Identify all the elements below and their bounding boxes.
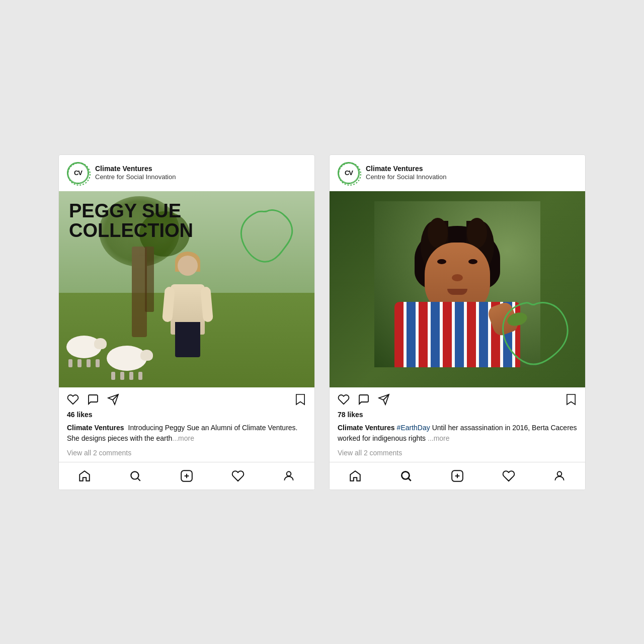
post-caption-2: Climate Ventures#EarthDay Until her assa… — [330, 421, 585, 448]
account-sub-2: Centre for Social Innovation — [366, 173, 446, 182]
nav-search-2[interactable] — [399, 469, 413, 482]
post-likes-1: 46 likes — [59, 409, 314, 421]
nav-heart-2[interactable] — [502, 469, 515, 482]
account-info-1: Climate Ventures Centre for Social Innov… — [95, 164, 176, 182]
post-actions-left-1 — [67, 393, 119, 406]
comments-link-2[interactable]: View all 2 comments — [330, 448, 585, 462]
post-header-2: CV Climate Ventures Centre for Social In… — [330, 155, 585, 191]
nav-search-1[interactable] — [129, 469, 142, 482]
more-link-2[interactable]: ...more — [428, 434, 450, 442]
svg-point-12 — [402, 471, 410, 479]
post-header-1: CV Climate Ventures Centre for Social In… — [59, 155, 314, 191]
bottom-nav-1 — [59, 462, 314, 490]
post-actions-left-2 — [338, 393, 390, 406]
more-link-1[interactable]: ...more — [172, 434, 194, 442]
post-actions-2 — [330, 387, 585, 409]
green-blob-2 — [495, 297, 575, 377]
caption-username-1: Climate Ventures — [67, 424, 124, 432]
nav-home-2[interactable] — [349, 469, 362, 482]
nav-profile-1[interactable] — [282, 469, 295, 482]
page-wrapper: CV Climate Ventures Centre for Social In… — [28, 104, 616, 540]
post-card-1: CV Climate Ventures Centre for Social In… — [58, 154, 315, 490]
avatar-2[interactable]: CV — [338, 162, 360, 184]
svg-point-0 — [68, 163, 90, 185]
heart-icon-2[interactable] — [338, 393, 350, 406]
post-card-2: CV Climate Ventures Centre for Social In… — [329, 154, 586, 490]
svg-point-8 — [287, 471, 291, 476]
svg-point-17 — [557, 471, 562, 476]
hashtag-2: #EarthDay — [397, 424, 430, 432]
account-name-1: Climate Ventures — [95, 164, 176, 173]
account-info-2: Climate Ventures Centre for Social Innov… — [366, 164, 446, 182]
svg-point-3 — [131, 471, 139, 479]
post-actions-1 — [59, 387, 314, 409]
nav-add-1[interactable] — [180, 469, 193, 482]
comment-icon-1[interactable] — [87, 393, 99, 406]
post-likes-2: 78 likes — [330, 409, 585, 421]
nav-home-1[interactable] — [78, 469, 91, 482]
account-name-2: Climate Ventures — [366, 164, 446, 173]
account-sub-1: Centre for Social Innovation — [95, 173, 176, 182]
share-icon-1[interactable] — [107, 393, 119, 406]
post-image-2 — [330, 191, 585, 387]
post-image-1: PEGGY SUECOLLECTION — [59, 191, 314, 387]
nav-add-2[interactable] — [451, 469, 464, 482]
post1-title: PEGGY SUECOLLECTION — [69, 201, 193, 242]
svg-line-4 — [138, 478, 140, 481]
nav-profile-2[interactable] — [553, 469, 566, 482]
nav-heart-1[interactable] — [231, 469, 245, 482]
bookmark-icon-1[interactable] — [295, 393, 306, 406]
heart-icon-1[interactable] — [67, 393, 79, 406]
avatar-1[interactable]: CV — [67, 162, 89, 184]
svg-line-13 — [409, 478, 411, 481]
comment-icon-2[interactable] — [358, 393, 370, 406]
bottom-nav-2 — [330, 462, 585, 490]
caption-username-2: Climate Ventures — [338, 424, 395, 432]
comments-link-1[interactable]: View all 2 comments — [59, 448, 314, 462]
post-caption-1: Climate Ventures Introducing Peggy Sue a… — [59, 421, 314, 448]
svg-point-9 — [339, 163, 361, 185]
green-blob-1 — [234, 206, 299, 272]
bookmark-icon-2[interactable] — [566, 393, 577, 406]
share-icon-2[interactable] — [378, 393, 390, 406]
